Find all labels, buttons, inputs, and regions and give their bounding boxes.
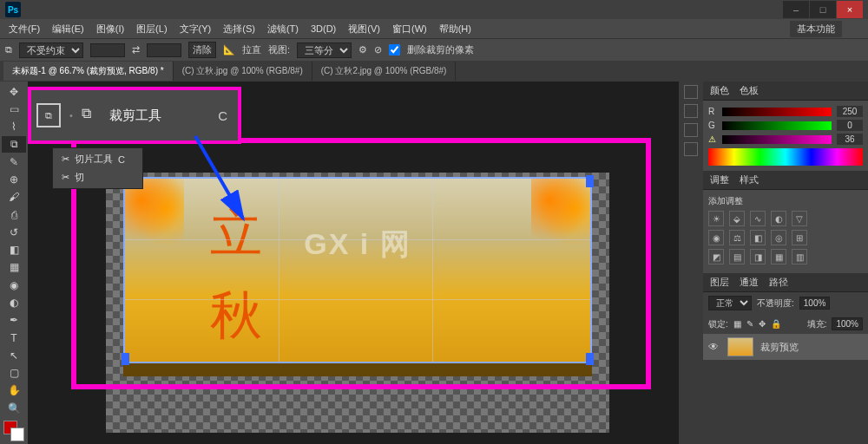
fill-value[interactable]: 100% — [832, 317, 863, 330]
history-brush-tool[interactable]: ↺ — [2, 224, 26, 240]
maximize-button[interactable]: □ — [810, 1, 836, 18]
menu-help[interactable]: 帮助(H) — [434, 21, 477, 37]
workspace-button[interactable]: 基本功能 — [790, 21, 842, 37]
canvas-area[interactable]: ⧉ • ⧉ 裁剪工具 C ✂切片工具C ✂切 GX i 网 立 秋 — [28, 82, 679, 444]
opacity-value[interactable]: 100% — [799, 297, 831, 310]
right-panels: 颜色色板 R250 G0 ⚠36 调整样式 添加调整 ☀⬙∿◐▽ ◉⚖◧◎⊞ ◩… — [703, 82, 868, 444]
eraser-tool[interactable]: ◧ — [2, 242, 26, 258]
tab-paths[interactable]: 路径 — [769, 276, 788, 289]
lock-paint-icon[interactable]: ✎ — [746, 319, 753, 329]
path-tool[interactable]: ↖ — [2, 347, 26, 363]
menu-image[interactable]: 图像(I) — [91, 21, 129, 37]
view-select[interactable]: 三等分 — [297, 42, 352, 58]
adj-exposure[interactable]: ◐ — [771, 211, 786, 226]
visibility-toggle[interactable]: 👁 — [708, 341, 720, 353]
lock-pixels-icon[interactable]: ▦ — [733, 319, 741, 329]
cancel-icon[interactable]: ⊘ — [374, 44, 382, 56]
menu-filter[interactable]: 滤镜(T) — [262, 21, 304, 37]
crop-handle-tr[interactable] — [586, 175, 594, 187]
straighten-icon[interactable]: 📐 — [223, 44, 235, 56]
crop-width-input[interactable] — [90, 43, 125, 57]
move-tool[interactable]: ✥ — [2, 83, 26, 100]
gradient-tool[interactable]: ▦ — [2, 259, 26, 276]
stamp-tool[interactable]: ⎙ — [2, 206, 26, 223]
panel-icon-4[interactable] — [684, 142, 698, 156]
adj-balance[interactable]: ⚖ — [729, 230, 745, 245]
adj-gradient[interactable]: ▦ — [771, 249, 786, 264]
tab-color[interactable]: 颜色 — [710, 84, 729, 97]
shape-tool[interactable]: ▢ — [2, 365, 26, 382]
adj-mixer[interactable]: ⊞ — [792, 230, 807, 245]
lock-move-icon[interactable]: ✥ — [759, 319, 766, 329]
adj-vibrance[interactable]: ▽ — [792, 211, 807, 226]
crop-preset-select[interactable]: 不受约束 — [19, 42, 83, 58]
crop-handle-bl[interactable] — [122, 353, 129, 365]
brush-tool[interactable]: 🖌 — [2, 189, 26, 206]
menu-type[interactable]: 文字(Y) — [174, 21, 217, 37]
panel-icon-2[interactable] — [684, 104, 698, 118]
doctab-3[interactable]: (C) 立秋2.jpg @ 100% (RGB/8#) — [312, 62, 457, 81]
adj-poster[interactable]: ▤ — [729, 249, 745, 264]
panel-icon-1[interactable] — [684, 85, 698, 99]
adj-bw[interactable]: ◧ — [750, 230, 766, 245]
r-slider[interactable] — [722, 108, 832, 116]
menu-view[interactable]: 视图(V) — [343, 21, 385, 37]
menu-layer[interactable]: 图层(L) — [131, 21, 172, 37]
color-swatches[interactable] — [2, 421, 26, 442]
tab-adjustments[interactable]: 调整 — [710, 173, 729, 186]
lock-all-icon[interactable]: 🔒 — [771, 319, 781, 329]
tab-layers[interactable]: 图层 — [710, 276, 729, 289]
crop-handle-br[interactable] — [586, 353, 594, 365]
blur-tool[interactable]: ◉ — [2, 277, 26, 293]
lasso-tool[interactable]: ⌇ — [2, 119, 26, 135]
type-tool[interactable]: T — [2, 330, 26, 346]
swap-icon[interactable]: ⇄ — [132, 44, 140, 56]
menu-edit[interactable]: 编辑(E) — [47, 21, 89, 37]
dodge-tool[interactable]: ◐ — [2, 294, 26, 310]
minimize-button[interactable]: – — [783, 1, 809, 18]
healing-tool[interactable]: ⊕ — [2, 171, 26, 187]
adj-curves[interactable]: ∿ — [750, 211, 766, 226]
delete-checkbox[interactable] — [389, 44, 400, 56]
layer-name[interactable]: 裁剪预览 — [760, 341, 799, 354]
adj-thresh[interactable]: ◨ — [750, 249, 766, 264]
crop-height-input[interactable] — [147, 43, 181, 57]
panel-icon-3[interactable] — [684, 123, 698, 137]
menu-file[interactable]: 文件(F) — [3, 21, 45, 37]
hand-tool[interactable]: ✋ — [2, 382, 26, 399]
g-slider[interactable] — [722, 121, 832, 130]
doctab-2[interactable]: (C) 立秋.jpg @ 100% (RGB/8#) — [174, 62, 312, 81]
b-slider[interactable] — [722, 135, 832, 144]
menu-select[interactable]: 选择(S) — [218, 21, 260, 37]
close-button[interactable]: × — [837, 1, 863, 18]
tab-channels[interactable]: 通道 — [740, 276, 759, 289]
zoom-tool[interactable]: 🔍 — [2, 400, 26, 416]
pen-tool[interactable]: ✒ — [2, 312, 26, 329]
r-value[interactable]: 250 — [837, 106, 863, 117]
marquee-tool[interactable]: ▭ — [2, 101, 26, 117]
color-spectrum[interactable] — [708, 148, 863, 166]
tab-swatches[interactable]: 色板 — [740, 84, 759, 97]
clear-button[interactable]: 清除 — [188, 42, 216, 58]
b-value[interactable]: 36 — [837, 134, 863, 145]
adj-select[interactable]: ▥ — [792, 249, 807, 264]
adj-levels[interactable]: ⬙ — [729, 211, 745, 226]
eyedropper-tool[interactable]: ✎ — [2, 153, 26, 170]
menu-window[interactable]: 窗口(W) — [387, 21, 432, 37]
adj-photo[interactable]: ◎ — [771, 230, 786, 245]
gear-icon[interactable]: ⚙ — [358, 44, 367, 56]
adj-hue[interactable]: ◉ — [708, 230, 724, 245]
background-color[interactable] — [10, 428, 24, 441]
adj-invert[interactable]: ◩ — [708, 249, 724, 264]
menu-3d[interactable]: 3D(D) — [306, 22, 341, 36]
layer-thumbnail[interactable] — [727, 337, 753, 356]
doctab-1[interactable]: 未标题-1 @ 66.7% (裁剪预览, RGB/8) * — [3, 62, 174, 81]
layer-row[interactable]: 👁 裁剪预览 — [703, 334, 868, 360]
g-value[interactable]: 0 — [837, 120, 863, 131]
crop-tool[interactable]: ⧉ — [2, 136, 26, 153]
adj-brightness[interactable]: ☀ — [708, 211, 724, 226]
tab-styles[interactable]: 样式 — [740, 173, 759, 186]
submenu-slice[interactable]: ✂切片工具C — [53, 150, 142, 168]
submenu-slice-select[interactable]: ✂切 — [53, 168, 142, 186]
blend-mode-select[interactable]: 正常 — [708, 296, 752, 310]
